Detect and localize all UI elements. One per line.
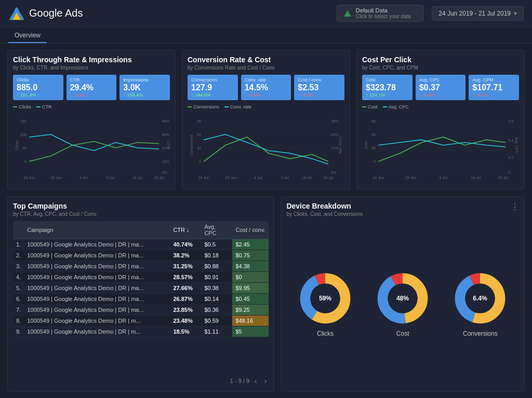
avg-cpm-value: $107.71 [472,83,515,92]
campaign-cpc: $0.38 [201,283,232,294]
clicks-donut-label: Clicks [317,330,334,337]
campaign-name: 1000549 | Google Analytics Demo | DR | m… [24,326,170,337]
table-row[interactable]: 5.1000549 | Google Analytics Demo | DR |… [13,283,269,294]
campaign-ctr: 18.5% [170,326,201,337]
svg-point-3 [15,8,19,12]
svg-text:40%: 40% [162,119,169,123]
svg-text:19 Jul: 19 Jul [154,176,164,181]
col-ctr[interactable]: CTR ↓ [170,221,201,239]
table-row[interactable]: 8.1000549 | Google Analytics Demo | DR |… [13,315,269,326]
device-title: Device Breakdown [286,202,363,210]
conversions-legend-label: Conversions [193,104,219,109]
next-page-button[interactable]: › [262,376,269,386]
campaign-name: 1000549 | Google Analytics Demo | DR | m… [24,261,170,272]
campaign-cpc: $0.88 [201,261,232,272]
table-row[interactable]: 6.1000549 | Google Analytics Demo | DR |… [13,294,269,305]
conversion-legend: Conversions Conv. rate [188,104,344,109]
clicks-donut-svg: 59% [297,270,354,327]
row-num: 4. [13,272,24,283]
campaigns-section: Top Campaigns by CTR, Avg. CPC, and Cost… [7,196,274,392]
avg-cpc-metric: Avg. CPC $0.37 ↓ -6.9% [416,75,466,100]
tab-overview[interactable]: Overview [8,29,47,43]
campaign-cost: $48.16 [232,315,269,326]
table-row[interactable]: 1.1000549 | Google Analytics Demo | DR |… [13,239,269,250]
clicks-legend-label: Clicks [19,104,31,109]
date-range-chevron: ▾ [514,10,517,17]
cost-donut-label: Cost [396,330,409,337]
conversion-chart: 30 20 10 0 30% 20% 10% 0% 24 Jun 29 Jun … [188,112,344,184]
svg-text:0: 0 [199,159,201,164]
campaign-cpc: $0.14 [201,294,232,305]
cost-donut-svg: 48% [374,270,431,327]
data-selector-subtitle: Click to select your data [356,13,411,19]
clicks-legend-item: Clicks [13,104,31,109]
campaign-name: 1000549 | Google Analytics Demo | DR | m… [24,272,170,283]
cost-value: $323.78 [366,83,409,92]
svg-text:0%: 0% [162,170,167,175]
campaign-ctr: 23.85% [170,305,201,315]
data-selector-button[interactable]: Default Data Click to select your data · [337,5,424,22]
table-row[interactable]: 7.1000549 | Google Analytics Demo | DR |… [13,305,269,315]
campaign-name: 1000549 | Google Analytics Demo | DR | m… [24,294,170,305]
conv-rate-change: ↓ -2.6% [245,92,288,98]
cost-svg: 60 40 20 0 0.6 0.4 0.2 0 24 Jun 29 Jun 9… [362,112,519,184]
app-title: Google Ads [29,7,83,19]
svg-text:0.2: 0.2 [508,155,513,160]
table-row[interactable]: 9.1000549 | Google Analytics Demo | DR |… [13,326,269,337]
device-menu-button[interactable]: ⋮ [511,202,519,212]
data-selector-icon [343,9,352,18]
prev-page-button[interactable]: ‹ [252,376,259,386]
avg-cpc-label: Avg. CPC [419,77,462,83]
svg-text:14 Jul: 14 Jul [471,176,481,181]
conv-rate-legend-dot [224,106,229,107]
data-selector-text: Default Data Click to select your data [356,7,411,19]
conv-rate-metric: Conv. rate 14.5% ↓ -2.6% [241,75,291,100]
svg-marker-4 [344,10,351,17]
svg-text:14 Jul: 14 Jul [301,176,312,181]
pagination-text: 1 - 9 / 9 [230,378,249,384]
clicks-change: ↑ 151.4% [17,92,60,98]
campaign-cpc: $0.5 [201,239,232,250]
conversion-svg: 30 20 10 0 30% 20% 10% 0% 24 Jun 29 Jun … [188,112,344,184]
main-content: Click Through Rate & Impressions by Clic… [0,44,532,398]
cost-per-conv-metric: Cost / conv. $2.53 ↓ -4.4% [294,75,344,100]
cost-per-click-subtitle: by Cost, CPC, and CPM [362,65,519,71]
svg-text:9 Jul: 9 Jul [281,176,289,181]
date-range-picker[interactable]: 24 Jun 2019 - 21 Jul 2019 ▾ [432,6,524,21]
svg-text:50: 50 [22,146,26,150]
campaign-ctr: 28.57% [170,272,201,283]
row-num: 1. [13,239,24,250]
ctr-change: ↓ -3.1% [70,92,113,98]
svg-text:4 Jul: 4 Jul [79,176,88,181]
svg-text:9 Jul: 9 Jul [107,176,115,181]
click-through-subtitle: by Clicks, CTR, and Impressions [13,65,170,71]
conv-rate-legend-item: Conv. rate [224,104,251,109]
cost-donut: 48% [374,270,431,327]
ctr-value: 29.4% [70,83,113,92]
campaign-cost: $0 [232,272,269,283]
campaign-ctr: 38.2% [170,250,201,261]
svg-text:20: 20 [197,132,201,137]
avg-cpm-metric: Avg. CPM $107.71 ↓ -9.7% [469,75,519,100]
svg-text:30%: 30% [162,132,169,137]
table-row[interactable]: 2.1000549 | Google Analytics Demo | DR |… [13,250,269,261]
campaign-cost: $0.75 [232,250,269,261]
svg-text:0: 0 [24,159,26,164]
svg-text:29 Jun: 29 Jun [225,176,236,181]
data-selector-title: Default Data [356,7,411,13]
cost-per-conv-label: Cost / conv. [298,77,341,83]
table-row[interactable]: 3.1000549 | Google Analytics Demo | DR |… [13,261,269,272]
row-num: 5. [13,283,24,294]
cost-legend-label: Cost [368,104,378,109]
campaign-name: 1000549 | Google Analytics Demo | DR | m… [24,305,170,315]
row-num: 7. [13,305,24,315]
cost-label: Cost [366,77,409,83]
campaign-ctr: 26.87% [170,294,201,305]
col-cost: Cost / conv. [232,221,269,239]
campaign-ctr: 40.74% [170,239,201,250]
svg-text:CTR: CTR [166,142,170,149]
impressions-change: ↑ 159.4% [123,92,166,98]
table-row[interactable]: 4.1000549 | Google Analytics Demo | DR |… [13,272,269,283]
campaigns-table-container: Campaign CTR ↓ Avg. CPC Cost / conv. 1.1… [13,221,269,374]
clicks-metric: Clicks 885.0 ↑ 151.4% [13,75,63,100]
